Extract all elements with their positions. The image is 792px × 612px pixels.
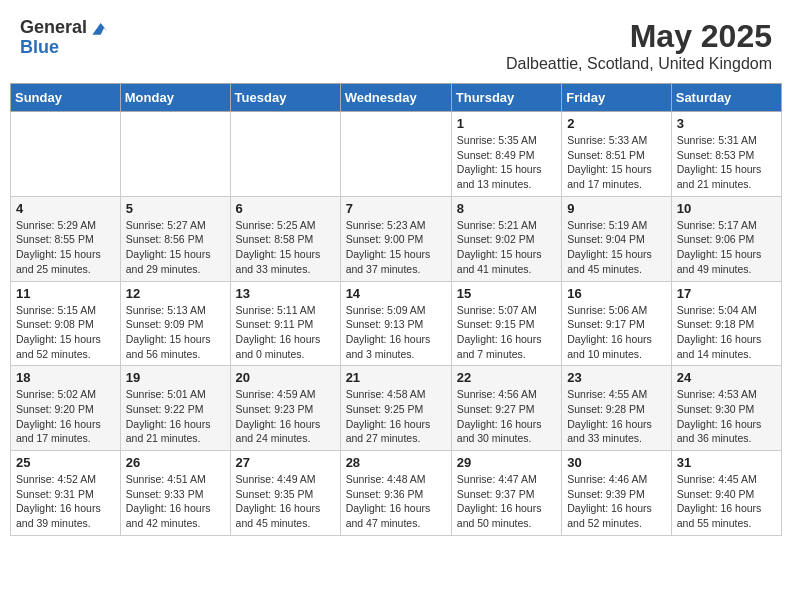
- day-number: 8: [457, 201, 556, 216]
- day-number: 14: [346, 286, 446, 301]
- day-number: 24: [677, 370, 776, 385]
- day-info: Sunrise: 5:04 AM Sunset: 9:18 PM Dayligh…: [677, 303, 776, 362]
- day-number: 7: [346, 201, 446, 216]
- day-info: Sunrise: 4:48 AM Sunset: 9:36 PM Dayligh…: [346, 472, 446, 531]
- day-number: 28: [346, 455, 446, 470]
- day-info: Sunrise: 4:45 AM Sunset: 9:40 PM Dayligh…: [677, 472, 776, 531]
- day-number: 9: [567, 201, 666, 216]
- month-title: May 2025: [506, 18, 772, 55]
- calendar-cell: 22Sunrise: 4:56 AM Sunset: 9:27 PM Dayli…: [451, 366, 561, 451]
- weekday-header-wednesday: Wednesday: [340, 84, 451, 112]
- weekday-header-sunday: Sunday: [11, 84, 121, 112]
- day-info: Sunrise: 5:21 AM Sunset: 9:02 PM Dayligh…: [457, 218, 556, 277]
- calendar-header-row: SundayMondayTuesdayWednesdayThursdayFrid…: [11, 84, 782, 112]
- logo-blue-text: Blue: [20, 38, 109, 58]
- calendar-cell: 26Sunrise: 4:51 AM Sunset: 9:33 PM Dayli…: [120, 451, 230, 536]
- day-info: Sunrise: 4:49 AM Sunset: 9:35 PM Dayligh…: [236, 472, 335, 531]
- day-info: Sunrise: 5:09 AM Sunset: 9:13 PM Dayligh…: [346, 303, 446, 362]
- calendar-cell: 24Sunrise: 4:53 AM Sunset: 9:30 PM Dayli…: [671, 366, 781, 451]
- day-number: 20: [236, 370, 335, 385]
- day-info: Sunrise: 4:46 AM Sunset: 9:39 PM Dayligh…: [567, 472, 666, 531]
- day-number: 11: [16, 286, 115, 301]
- day-number: 22: [457, 370, 556, 385]
- day-info: Sunrise: 5:02 AM Sunset: 9:20 PM Dayligh…: [16, 387, 115, 446]
- day-info: Sunrise: 5:07 AM Sunset: 9:15 PM Dayligh…: [457, 303, 556, 362]
- logo-general-text: General: [20, 18, 87, 38]
- day-number: 15: [457, 286, 556, 301]
- day-number: 30: [567, 455, 666, 470]
- calendar-cell: 12Sunrise: 5:13 AM Sunset: 9:09 PM Dayli…: [120, 281, 230, 366]
- day-number: 16: [567, 286, 666, 301]
- day-info: Sunrise: 5:31 AM Sunset: 8:53 PM Dayligh…: [677, 133, 776, 192]
- day-info: Sunrise: 5:33 AM Sunset: 8:51 PM Dayligh…: [567, 133, 666, 192]
- weekday-header-saturday: Saturday: [671, 84, 781, 112]
- day-info: Sunrise: 5:27 AM Sunset: 8:56 PM Dayligh…: [126, 218, 225, 277]
- day-info: Sunrise: 5:35 AM Sunset: 8:49 PM Dayligh…: [457, 133, 556, 192]
- page-header: General Blue May 2025 Dalbeattie, Scotla…: [10, 10, 782, 77]
- calendar-cell: [11, 112, 121, 197]
- weekday-header-thursday: Thursday: [451, 84, 561, 112]
- day-info: Sunrise: 5:06 AM Sunset: 9:17 PM Dayligh…: [567, 303, 666, 362]
- day-number: 2: [567, 116, 666, 131]
- calendar-cell: 27Sunrise: 4:49 AM Sunset: 9:35 PM Dayli…: [230, 451, 340, 536]
- day-info: Sunrise: 5:13 AM Sunset: 9:09 PM Dayligh…: [126, 303, 225, 362]
- location-title: Dalbeattie, Scotland, United Kingdom: [506, 55, 772, 73]
- calendar-cell: 29Sunrise: 4:47 AM Sunset: 9:37 PM Dayli…: [451, 451, 561, 536]
- logo-icon: [89, 18, 109, 38]
- calendar-cell: 25Sunrise: 4:52 AM Sunset: 9:31 PM Dayli…: [11, 451, 121, 536]
- calendar-cell: 23Sunrise: 4:55 AM Sunset: 9:28 PM Dayli…: [562, 366, 672, 451]
- day-number: 3: [677, 116, 776, 131]
- calendar-cell: 21Sunrise: 4:58 AM Sunset: 9:25 PM Dayli…: [340, 366, 451, 451]
- calendar-cell: 5Sunrise: 5:27 AM Sunset: 8:56 PM Daylig…: [120, 196, 230, 281]
- day-number: 27: [236, 455, 335, 470]
- calendar-cell: 28Sunrise: 4:48 AM Sunset: 9:36 PM Dayli…: [340, 451, 451, 536]
- calendar-cell: [230, 112, 340, 197]
- calendar-cell: 13Sunrise: 5:11 AM Sunset: 9:11 PM Dayli…: [230, 281, 340, 366]
- calendar-cell: [120, 112, 230, 197]
- day-number: 21: [346, 370, 446, 385]
- day-number: 17: [677, 286, 776, 301]
- day-info: Sunrise: 5:25 AM Sunset: 8:58 PM Dayligh…: [236, 218, 335, 277]
- day-number: 5: [126, 201, 225, 216]
- svg-marker-0: [92, 23, 107, 35]
- day-info: Sunrise: 4:58 AM Sunset: 9:25 PM Dayligh…: [346, 387, 446, 446]
- calendar-week-2: 4Sunrise: 5:29 AM Sunset: 8:55 PM Daylig…: [11, 196, 782, 281]
- calendar-cell: 7Sunrise: 5:23 AM Sunset: 9:00 PM Daylig…: [340, 196, 451, 281]
- day-number: 10: [677, 201, 776, 216]
- logo: General Blue: [20, 18, 109, 58]
- calendar-cell: 16Sunrise: 5:06 AM Sunset: 9:17 PM Dayli…: [562, 281, 672, 366]
- calendar-cell: 30Sunrise: 4:46 AM Sunset: 9:39 PM Dayli…: [562, 451, 672, 536]
- calendar-cell: 1Sunrise: 5:35 AM Sunset: 8:49 PM Daylig…: [451, 112, 561, 197]
- day-info: Sunrise: 4:55 AM Sunset: 9:28 PM Dayligh…: [567, 387, 666, 446]
- day-info: Sunrise: 4:53 AM Sunset: 9:30 PM Dayligh…: [677, 387, 776, 446]
- title-block: May 2025 Dalbeattie, Scotland, United Ki…: [506, 18, 772, 73]
- day-info: Sunrise: 5:29 AM Sunset: 8:55 PM Dayligh…: [16, 218, 115, 277]
- day-number: 31: [677, 455, 776, 470]
- calendar-cell: 2Sunrise: 5:33 AM Sunset: 8:51 PM Daylig…: [562, 112, 672, 197]
- weekday-header-friday: Friday: [562, 84, 672, 112]
- calendar-cell: 14Sunrise: 5:09 AM Sunset: 9:13 PM Dayli…: [340, 281, 451, 366]
- day-info: Sunrise: 4:51 AM Sunset: 9:33 PM Dayligh…: [126, 472, 225, 531]
- day-info: Sunrise: 5:19 AM Sunset: 9:04 PM Dayligh…: [567, 218, 666, 277]
- day-number: 1: [457, 116, 556, 131]
- calendar-cell: 8Sunrise: 5:21 AM Sunset: 9:02 PM Daylig…: [451, 196, 561, 281]
- weekday-header-tuesday: Tuesday: [230, 84, 340, 112]
- calendar-cell: 6Sunrise: 5:25 AM Sunset: 8:58 PM Daylig…: [230, 196, 340, 281]
- day-number: 4: [16, 201, 115, 216]
- day-info: Sunrise: 4:52 AM Sunset: 9:31 PM Dayligh…: [16, 472, 115, 531]
- calendar-week-5: 25Sunrise: 4:52 AM Sunset: 9:31 PM Dayli…: [11, 451, 782, 536]
- day-info: Sunrise: 5:11 AM Sunset: 9:11 PM Dayligh…: [236, 303, 335, 362]
- calendar-week-1: 1Sunrise: 5:35 AM Sunset: 8:49 PM Daylig…: [11, 112, 782, 197]
- calendar-cell: 11Sunrise: 5:15 AM Sunset: 9:08 PM Dayli…: [11, 281, 121, 366]
- day-number: 23: [567, 370, 666, 385]
- day-info: Sunrise: 5:23 AM Sunset: 9:00 PM Dayligh…: [346, 218, 446, 277]
- calendar-table: SundayMondayTuesdayWednesdayThursdayFrid…: [10, 83, 782, 536]
- calendar-cell: 31Sunrise: 4:45 AM Sunset: 9:40 PM Dayli…: [671, 451, 781, 536]
- day-number: 25: [16, 455, 115, 470]
- calendar-cell: [340, 112, 451, 197]
- calendar-cell: 10Sunrise: 5:17 AM Sunset: 9:06 PM Dayli…: [671, 196, 781, 281]
- calendar-week-3: 11Sunrise: 5:15 AM Sunset: 9:08 PM Dayli…: [11, 281, 782, 366]
- day-number: 29: [457, 455, 556, 470]
- day-info: Sunrise: 4:47 AM Sunset: 9:37 PM Dayligh…: [457, 472, 556, 531]
- day-info: Sunrise: 5:17 AM Sunset: 9:06 PM Dayligh…: [677, 218, 776, 277]
